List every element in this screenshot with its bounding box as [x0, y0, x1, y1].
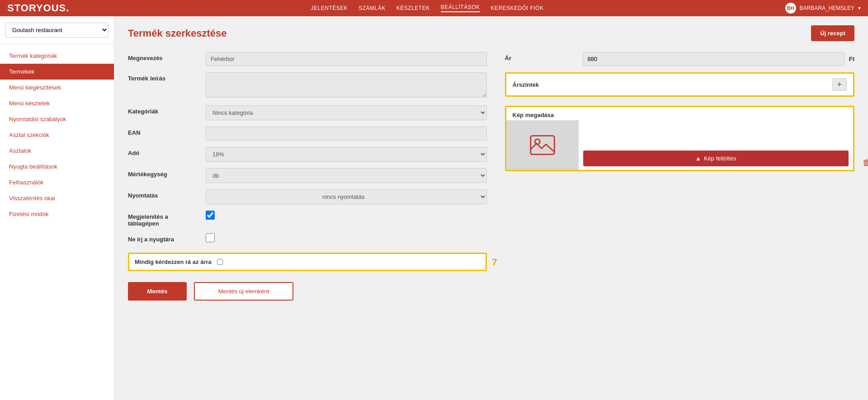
kep-upload-button[interactable]: ▲ Kép feltöltés [583, 151, 849, 166]
sidebar: Goulash restaurant Termék kategóriák Ter… [0, 16, 114, 400]
ean-input-wrapper [206, 127, 487, 141]
topnav: STORYOUS. JELENTÉSEK SZÁMLÁK KÉSZLETEK B… [0, 0, 868, 16]
megjelenes-label: Megjelenítés a táblagépen [128, 211, 200, 227]
mindig-row: Mindig kérdezzen rá az árra [128, 253, 487, 271]
form-right: Ár Ft Árszintek + 5 [496, 52, 855, 271]
sidebar-item-asztal-szekciok[interactable]: Asztal szekciók [0, 127, 114, 143]
nav-jelentesek[interactable]: JELENTÉSEK [311, 5, 348, 11]
kategoriak-select[interactable]: Nincs kategória [206, 105, 487, 120]
restaurant-selector[interactable]: Goulash restaurant [0, 16, 114, 44]
sidebar-item-menu-keszletek[interactable]: Menü készletek [0, 95, 114, 111]
ean-input[interactable] [206, 127, 487, 141]
ne-irj-checkbox-wrapper [206, 233, 215, 242]
ado-select[interactable]: 18% 5% 0% [206, 147, 487, 162]
arszintek-add-button[interactable]: + [832, 78, 847, 91]
ar-label: Ár [505, 52, 577, 61]
kep-placeholder [506, 120, 579, 170]
ar-row: Ár Ft [505, 52, 855, 66]
kep-upload-label: Kép feltöltés [704, 155, 736, 162]
user-dropdown-icon[interactable]: ▾ [858, 5, 861, 11]
mindig-checkbox[interactable] [217, 259, 223, 265]
nyomtatas-input-wrapper: nincs nyomtatás [206, 189, 487, 204]
kep-header: Kép megadása [506, 107, 854, 120]
nyomtatas-row: Nyomtatás nincs nyomtatás [128, 189, 487, 204]
kategoriak-row: Kategóriák Nincs kategória [128, 105, 487, 120]
sidebar-item-visszaterites-okai[interactable]: Visszatérítés okai [0, 190, 114, 206]
page-title: Termék szerkesztése [128, 28, 227, 39]
mindig-label: Mindig kérdezzen rá az árra [135, 259, 212, 265]
nav-kereskedoi-fiok[interactable]: KERESKEDŐI FIÓK [491, 5, 544, 11]
sidebar-item-nyomtatasi-szabalyok[interactable]: Nyomtatási szabályok [0, 111, 114, 127]
ne-irj-checkbox[interactable] [206, 233, 215, 242]
ado-row: Adó 18% 5% 0% [128, 147, 487, 162]
topnav-links: JELENTÉSEK SZÁMLÁK KÉSZLETEK BEÁLLÍTÁSOK… [311, 4, 544, 12]
mertekegyseg-input-wrapper: db kg l [206, 168, 487, 183]
megjelenes-checkbox-wrapper [206, 211, 215, 220]
main-content: Termék szerkesztése Új recept Megnevezés… [114, 16, 868, 400]
ne-irj-label: Ne írj a nyugtára [128, 233, 200, 243]
upload-icon: ▲ [695, 155, 701, 162]
sidebar-item-felhasznalok[interactable]: Felhasználók [0, 174, 114, 190]
page-header: Termék szerkesztése Új recept [128, 25, 854, 41]
form-left: Megnevezés Termék leírás Kategóriák [128, 52, 487, 271]
form-grid: Megnevezés Termék leírás Kategóriák [128, 52, 854, 271]
sidebar-item-fizetesi-modok[interactable]: Fizetési módok [0, 206, 114, 222]
kep-box: Kép megadása ▲ [505, 106, 855, 171]
ean-label: EAN [128, 127, 200, 136]
megjelenes-row: Megjelenítés a táblagépen [128, 211, 487, 227]
nav-keszletek[interactable]: KÉSZLETEK [396, 5, 430, 11]
footer-buttons: Mentés Mentés új elemként [128, 282, 854, 301]
nyomtatas-label: Nyomtatás [128, 189, 200, 199]
ar-input[interactable] [583, 52, 844, 66]
avatar: BH [785, 3, 796, 14]
sidebar-item-asztalok[interactable]: Asztalok [0, 143, 114, 159]
new-recipe-button[interactable]: Új recept [811, 25, 854, 41]
image-placeholder-icon [529, 132, 556, 159]
arszintek-label: Árszintek [513, 81, 539, 88]
save-button[interactable]: Mentés [128, 282, 187, 301]
restaurant-dropdown[interactable]: Goulash restaurant [5, 23, 108, 38]
megjelenes-checkbox[interactable] [206, 211, 215, 220]
mertekegyseg-row: Mértékegység db kg l [128, 168, 487, 183]
ean-row: EAN [128, 127, 487, 141]
topnav-user[interactable]: BH BARBARA_HEMSLEY ▾ [785, 3, 861, 14]
megnevezes-input[interactable] [206, 52, 487, 66]
ar-unit: Ft [849, 56, 854, 62]
nav-beallitasok[interactable]: BEÁLLÍTÁSOK [441, 4, 480, 12]
termek-leiras-input-wrapper [206, 72, 487, 99]
termek-leiras-label: Termék leírás [128, 72, 200, 82]
mertekegyseg-select[interactable]: db kg l [206, 168, 487, 183]
sidebar-nav: Termék kategóriák Termékek Menü kiegészí… [0, 44, 114, 226]
kep-delete-button[interactable]: 🗑 [863, 158, 868, 168]
kep-right: ▲ Kép feltöltés [579, 120, 854, 170]
arszintek-box: Árszintek + [505, 72, 855, 97]
nav-szamlak[interactable]: SZÁMLÁK [359, 5, 386, 11]
mertekegyseg-label: Mértékegység [128, 168, 200, 178]
username: BARBARA_HEMSLEY [800, 5, 854, 11]
ado-input-wrapper: 18% 5% 0% [206, 147, 487, 162]
sidebar-item-termek-kategoriak[interactable]: Termék kategóriák [0, 48, 114, 64]
termek-leiras-input[interactable] [206, 72, 487, 98]
layout: Goulash restaurant Termék kategóriák Ter… [0, 16, 868, 400]
kep-content: ▲ Kép feltöltés [506, 120, 854, 170]
save-new-button[interactable]: Mentés új elemként [194, 282, 293, 301]
termek-leiras-row: Termék leírás [128, 72, 487, 99]
megnevezes-label: Megnevezés [128, 52, 200, 61]
sidebar-item-menu-kiegeszitesek[interactable]: Menü kiegészítések [0, 80, 114, 95]
kategoriak-label: Kategóriák [128, 105, 200, 115]
logo: STORYOUS. [7, 2, 69, 14]
sidebar-item-termekek[interactable]: Termékek [0, 64, 114, 80]
ado-label: Adó [128, 147, 200, 156]
megnevezes-input-wrapper [206, 52, 487, 66]
sidebar-item-nyugta-beallitasok[interactable]: Nyugta beállítások [0, 159, 114, 174]
nyomtatas-select[interactable]: nincs nyomtatás [206, 189, 487, 204]
kategoriak-input-wrapper: Nincs kategória [206, 105, 487, 120]
megnevezes-row: Megnevezés [128, 52, 487, 66]
ne-irj-row: Ne írj a nyugtára [128, 233, 487, 243]
